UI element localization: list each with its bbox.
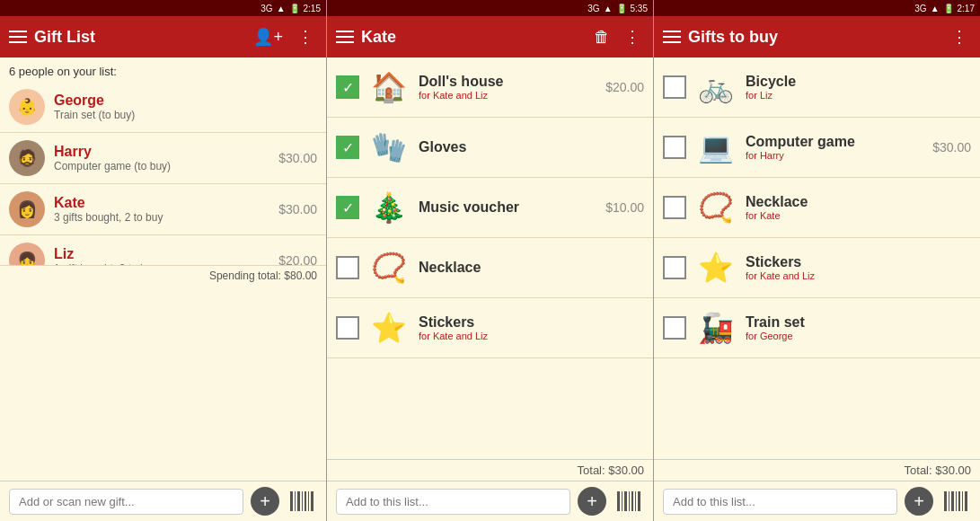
time-2: 5:35 bbox=[631, 4, 648, 13]
person-sub-kate: 3 gifts bought, 2 to buy bbox=[54, 211, 269, 224]
time-3: 2:17 bbox=[958, 4, 975, 13]
list-item[interactable]: 👩 Kate 3 gifts bought, 2 to buy $30.00 bbox=[0, 184, 326, 235]
barcode-icon-3[interactable] bbox=[940, 491, 971, 511]
checkbox-necklace-buy[interactable] bbox=[663, 196, 686, 219]
avatar-george: 👶 bbox=[9, 89, 45, 125]
list-item[interactable]: ⭐ Stickers for Kate and Liz bbox=[654, 238, 980, 298]
add-gift-input[interactable] bbox=[9, 489, 243, 515]
checkbox-necklace[interactable] bbox=[336, 256, 359, 279]
gift-image-stickers-kate: ⭐ bbox=[366, 305, 411, 350]
status-bar-1: 3G ▲ 🔋 2:15 bbox=[0, 0, 326, 16]
gift-price-music-voucher: $10.00 bbox=[605, 200, 644, 215]
add-to-list-input-2[interactable] bbox=[336, 489, 570, 515]
status-bar-3: 3G ▲ 🔋 2:17 bbox=[654, 0, 980, 16]
gift-info-stickers-kate: Stickers for Kate and Liz bbox=[419, 314, 637, 341]
checkbox-bicycle[interactable] bbox=[663, 75, 686, 99]
menu-icon-3[interactable] bbox=[663, 31, 681, 43]
bottom-bar-2: + bbox=[327, 481, 653, 521]
person-info-harry: Harry Computer game (to buy) bbox=[54, 144, 269, 172]
gift-image-music-voucher: 🎄 bbox=[366, 185, 411, 230]
gift-image-necklace: 📿 bbox=[366, 245, 411, 290]
person-sub-harry: Computer game (to buy) bbox=[54, 160, 269, 172]
gift-image-necklace-buy: 📿 bbox=[693, 185, 738, 230]
gift-name-stickers-buy: Stickers bbox=[746, 254, 964, 270]
gift-name-dolls-house: Doll's house bbox=[419, 74, 598, 90]
gift-image-bicycle: 🚲 bbox=[693, 65, 738, 110]
gift-name-stickers-kate: Stickers bbox=[419, 314, 637, 331]
checkbox-music-voucher[interactable]: ✓ bbox=[336, 196, 359, 219]
list-item[interactable]: 🚂 Train set for George bbox=[654, 298, 980, 358]
menu-icon-2[interactable] bbox=[336, 31, 354, 43]
person-price-liz: $20.00 bbox=[278, 253, 317, 265]
signal-1: 3G bbox=[260, 4, 272, 13]
person-name-george: George bbox=[54, 93, 308, 109]
more-vert-icon-3[interactable]: ⋮ bbox=[948, 23, 971, 50]
checkbox-train-set[interactable] bbox=[663, 316, 686, 340]
person-name-liz: Liz bbox=[54, 246, 269, 262]
list-item[interactable]: ✓ 🎄 Music voucher $10.00 bbox=[327, 178, 653, 238]
list-item[interactable]: ✓ 🧤 Gloves bbox=[327, 118, 653, 178]
more-vert-icon-1[interactable]: ⋮ bbox=[294, 23, 317, 50]
status-bar-2: 3G ▲ 🔋 5:35 bbox=[327, 0, 653, 16]
gift-name-train-set: Train set bbox=[746, 314, 964, 331]
add-gift-button[interactable]: + bbox=[251, 487, 279, 516]
list-item[interactable]: 👶 George Train set (to buy) bbox=[0, 82, 326, 133]
gift-info-bicycle: Bicycle for Liz bbox=[746, 74, 964, 101]
wifi-icon-2: ▲ bbox=[604, 4, 613, 13]
gift-for-necklace-buy: for Kate bbox=[746, 210, 964, 221]
add-to-list-button-2[interactable]: + bbox=[578, 487, 606, 516]
checkbox-gloves[interactable]: ✓ bbox=[336, 136, 359, 159]
signal-2: 3G bbox=[587, 4, 599, 13]
gift-name-music-voucher: Music voucher bbox=[419, 199, 598, 216]
list-item[interactable]: 📿 Necklace for Kate bbox=[654, 178, 980, 238]
list-item[interactable]: 🚲 Bicycle for Liz bbox=[654, 57, 980, 118]
content-1: 6 people on your list: 👶 George Train se… bbox=[0, 57, 326, 265]
person-info-liz: Liz 1 gift bought, 2 to buy bbox=[54, 246, 269, 265]
more-vert-icon-2[interactable]: ⋮ bbox=[621, 23, 644, 50]
gift-name-necklace-buy: Necklace bbox=[746, 194, 964, 210]
people-count: 6 people on your list: bbox=[0, 57, 326, 82]
checkbox-stickers-kate[interactable] bbox=[336, 316, 359, 340]
person-info-george: George Train set (to buy) bbox=[54, 93, 308, 121]
checkbox-dolls-house[interactable]: ✓ bbox=[336, 75, 359, 99]
list-item[interactable]: ✓ 🏠 Doll's house for Kate and Liz $20.00 bbox=[327, 57, 653, 118]
signal-3: 3G bbox=[914, 4, 926, 13]
list-item[interactable]: 🧔 Harry Computer game (to buy) $30.00 bbox=[0, 133, 326, 184]
gift-image-stickers-buy: ⭐ bbox=[693, 245, 738, 290]
person-name-harry: Harry bbox=[54, 144, 269, 160]
gift-info-dolls-house: Doll's house for Kate and Liz bbox=[419, 74, 598, 101]
person-price-harry: $30.00 bbox=[278, 151, 317, 165]
add-to-list-button-3[interactable]: + bbox=[905, 487, 933, 516]
content-3: 🚲 Bicycle for Liz 💻 Computer game for Ha… bbox=[654, 57, 980, 459]
battery-icon-3: 🔋 bbox=[943, 4, 954, 13]
battery-icon: 🔋 bbox=[289, 4, 300, 13]
list-item[interactable]: ⭐ Stickers for Kate and Liz bbox=[327, 298, 653, 358]
content-2: ✓ 🏠 Doll's house for Kate and Liz $20.00… bbox=[327, 57, 653, 459]
total-bar-2: Total: $30.00 bbox=[327, 459, 653, 481]
gift-name-necklace: Necklace bbox=[419, 260, 637, 276]
checkbox-stickers-buy[interactable] bbox=[663, 256, 686, 279]
wifi-icon: ▲ bbox=[277, 4, 286, 13]
list-item[interactable]: 📿 Necklace bbox=[327, 238, 653, 298]
gift-image-dolls-house: 🏠 bbox=[366, 65, 411, 110]
gift-info-gloves: Gloves bbox=[419, 139, 637, 155]
delete-icon[interactable]: 🗑 bbox=[590, 24, 614, 50]
gift-name-bicycle: Bicycle bbox=[746, 74, 964, 90]
avatar-liz: 👧 bbox=[9, 243, 45, 265]
gift-info-necklace: Necklace bbox=[419, 260, 637, 276]
gift-for-stickers-buy: for Kate and Liz bbox=[746, 270, 964, 281]
list-item[interactable]: 💻 Computer game for Harry $30.00 bbox=[654, 118, 980, 178]
list-item[interactable]: 👧 Liz 1 gift bought, 2 to buy $20.00 bbox=[0, 235, 326, 265]
checkbox-computer-game[interactable] bbox=[663, 136, 686, 159]
person-info-kate: Kate 3 gifts bought, 2 to buy bbox=[54, 195, 269, 224]
add-person-icon[interactable]: 👤+ bbox=[250, 23, 287, 50]
barcode-icon-1[interactable] bbox=[287, 491, 317, 511]
gift-info-stickers-buy: Stickers for Kate and Liz bbox=[746, 254, 964, 281]
menu-icon-1[interactable] bbox=[9, 31, 27, 43]
time-1: 2:15 bbox=[304, 4, 321, 13]
gift-price-computer-game: $30.00 bbox=[932, 140, 971, 155]
add-to-list-input-3[interactable] bbox=[663, 489, 897, 515]
barcode-icon-2[interactable] bbox=[614, 491, 644, 511]
wifi-icon-3: ▲ bbox=[931, 4, 940, 13]
gift-info-computer-game: Computer game for Harry bbox=[746, 134, 925, 161]
